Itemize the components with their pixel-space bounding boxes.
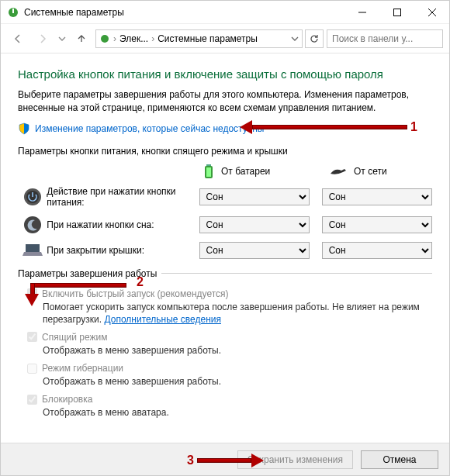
power-button-ac-select[interactable]: Сон: [322, 188, 432, 205]
lid-battery-select[interactable]: Сон: [199, 242, 310, 259]
sleep-desc: Отображать в меню завершения работы.: [43, 344, 432, 357]
fast-startup-option: Включить быстрый запуск (рекомендуется) …: [27, 288, 432, 326]
intro-text: Выберите параметры завершения работы для…: [18, 88, 432, 115]
sleep-button-ac-select[interactable]: Сон: [322, 216, 432, 233]
forward-button[interactable]: [32, 28, 54, 50]
svg-rect-1: [12, 9, 14, 13]
up-button[interactable]: [71, 28, 92, 50]
address-icon: [99, 33, 110, 44]
shutdown-settings-group: Параметры завершения работы Включить быс…: [18, 268, 432, 426]
svg-point-12: [24, 216, 41, 233]
lid-row: При закрытии крышки: Сон Сон: [18, 242, 432, 259]
save-button[interactable]: Сохранить изменения: [237, 450, 353, 469]
footer: Сохранить изменения Отмена: [1, 443, 449, 475]
history-dropdown-icon[interactable]: [58, 35, 66, 43]
search-input[interactable]: Поиск в панели у...: [327, 29, 443, 48]
minimize-button[interactable]: [344, 1, 379, 24]
breadcrumb-item[interactable]: Элек...: [119, 33, 148, 44]
app-icon: [7, 6, 19, 19]
svg-point-6: [101, 35, 109, 43]
power-button-label: Действие при нажатии кнопки питания:: [47, 186, 199, 208]
power-button-row: Действие при нажатии кнопки питания: Сон…: [18, 186, 432, 208]
sleep-option: Спящий режим Отображать в меню завершени…: [27, 332, 432, 357]
hibernate-desc: Отображать в меню завершения работы.: [43, 375, 432, 388]
fast-startup-label: Включить быстрый запуск (рекомендуется): [42, 288, 229, 299]
lid-label: При закрытии крышки:: [47, 245, 199, 256]
moon-icon: [23, 216, 42, 234]
page-heading: Настройка кнопок питания и включение защ…: [18, 67, 432, 81]
search-placeholder: Поиск в панели у...: [332, 33, 413, 44]
laptop-icon: [22, 243, 43, 258]
fast-startup-checkbox[interactable]: [27, 288, 37, 298]
fast-startup-more-link[interactable]: Дополнительные сведения: [104, 314, 220, 325]
power-columns-header: От батареи От сети: [18, 163, 432, 180]
lock-label: Блокировка: [42, 394, 92, 405]
lid-ac-select[interactable]: Сон: [322, 242, 432, 259]
battery-icon: [202, 163, 215, 180]
svg-rect-3: [393, 9, 400, 16]
back-button[interactable]: [7, 28, 29, 50]
address-bar[interactable]: › Элек... › Системные параметры: [95, 29, 303, 48]
maximize-button[interactable]: [379, 1, 414, 24]
change-unavailable-link[interactable]: Изменение параметров, которые сейчас нед…: [35, 123, 265, 134]
window-title: Системные параметры: [24, 7, 344, 18]
chevron-down-icon[interactable]: [291, 35, 299, 43]
plug-icon: [329, 166, 348, 177]
cancel-button[interactable]: Отмена: [361, 450, 438, 469]
hibernate-checkbox[interactable]: [27, 364, 37, 374]
close-button[interactable]: [414, 1, 449, 24]
svg-rect-9: [206, 167, 211, 177]
battery-column-label: От батареи: [221, 166, 270, 177]
hibernate-label: Режим гибернации: [42, 363, 123, 374]
power-button-battery-select[interactable]: Сон: [199, 188, 310, 205]
navbar: › Элек... › Системные параметры Поиск в …: [1, 24, 449, 53]
sleep-button-label: При нажатии кнопки сна:: [47, 219, 199, 230]
sleep-checkbox[interactable]: [27, 332, 37, 342]
sleep-label: Спящий режим: [42, 332, 107, 343]
ac-column-label: От сети: [354, 166, 387, 177]
refresh-button[interactable]: [305, 29, 324, 48]
power-icon: [23, 188, 42, 206]
titlebar: Системные параметры: [1, 1, 449, 24]
lock-checkbox[interactable]: [27, 395, 37, 405]
sleep-button-row: При нажатии кнопки сна: Сон Сон: [18, 216, 432, 234]
lock-option: Блокировка Отображать в меню аватара.: [27, 394, 432, 419]
content-area: Настройка кнопок питания и включение защ…: [1, 53, 449, 433]
section-buttons-label: Параметры кнопки питания, кнопки спящего…: [18, 146, 432, 157]
shutdown-settings-label: Параметры завершения работы: [18, 268, 161, 279]
chevron-right-icon: ›: [151, 33, 154, 44]
shield-icon: [18, 122, 30, 135]
lock-desc: Отображать в меню аватара.: [43, 406, 432, 419]
fast-startup-desc: Помогает ускорить запуск компьютера посл…: [43, 302, 420, 325]
breadcrumb-item[interactable]: Системные параметры: [158, 33, 258, 44]
chevron-right-icon: ›: [113, 33, 116, 44]
sleep-button-battery-select[interactable]: Сон: [199, 216, 310, 233]
hibernate-option: Режим гибернации Отображать в меню завер…: [27, 363, 432, 388]
